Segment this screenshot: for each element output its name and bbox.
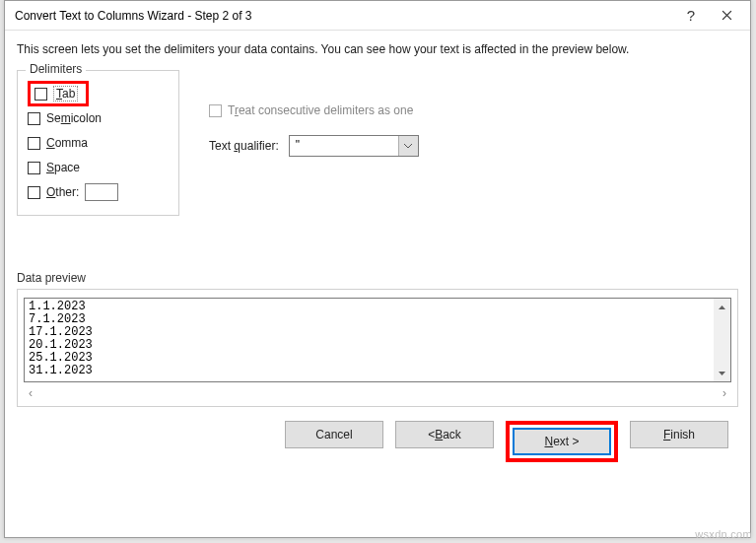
tab-label[interactable]: Tab xyxy=(53,86,78,102)
other-input[interactable] xyxy=(85,183,118,201)
chevron-down-icon xyxy=(404,144,412,149)
preview-line: 17.1.2023 xyxy=(29,326,726,339)
comma-label[interactable]: Comma xyxy=(46,136,88,150)
next-highlight: Next > xyxy=(506,421,618,462)
right-options: Treat consecutive delimiters as one Text… xyxy=(209,70,419,157)
preview-box: 1.1.2023 7.1.2023 17.1.2023 20.1.2023 25… xyxy=(17,289,738,407)
content-area: This screen lets you set the delimiters … xyxy=(5,31,750,407)
close-icon xyxy=(722,10,732,21)
back-button[interactable]: < Back xyxy=(395,421,494,448)
delimiters-legend: Delimiters xyxy=(26,62,86,76)
preview-line: 25.1.2023 xyxy=(29,352,726,365)
consecutive-checkbox[interactable] xyxy=(209,104,222,117)
qualifier-value: " xyxy=(290,136,398,156)
tab-checkbox[interactable] xyxy=(34,88,47,101)
button-row: Cancel < Back Next > Finish xyxy=(5,407,750,476)
finish-button[interactable]: Finish xyxy=(630,421,728,448)
chevron-down-icon xyxy=(719,372,725,375)
watermark: wsxdn.com xyxy=(695,528,752,540)
semicolon-checkbox[interactable] xyxy=(28,112,40,125)
qualifier-label: Text qualifier: xyxy=(209,139,279,153)
preview-line: 20.1.2023 xyxy=(29,339,726,352)
comma-checkbox[interactable] xyxy=(28,137,40,150)
close-button[interactable] xyxy=(709,2,744,30)
vertical-scrollbar[interactable] xyxy=(714,299,730,381)
titlebar: Convert Text to Columns Wizard - Step 2 … xyxy=(5,1,750,31)
cancel-button[interactable]: Cancel xyxy=(285,421,383,448)
window-title: Convert Text to Columns Wizard - Step 2 … xyxy=(15,9,673,23)
preview-line: 1.1.2023 xyxy=(29,301,726,313)
scroll-right-button[interactable]: › xyxy=(718,386,731,400)
space-label[interactable]: Space xyxy=(46,161,80,174)
consecutive-label[interactable]: Treat consecutive delimiters as one xyxy=(228,103,413,117)
horizontal-scrollbar[interactable]: ‹ › xyxy=(24,384,731,401)
chevron-up-icon xyxy=(719,305,725,309)
scroll-down-button[interactable] xyxy=(714,365,730,381)
qualifier-select[interactable]: " xyxy=(289,135,419,157)
wizard-window: Convert Text to Columns Wizard - Step 2 … xyxy=(4,0,751,538)
preview-text: 1.1.2023 7.1.2023 17.1.2023 20.1.2023 25… xyxy=(24,298,731,382)
qualifier-dropdown-button[interactable] xyxy=(398,136,418,156)
other-checkbox[interactable] xyxy=(28,186,40,199)
scroll-left-button[interactable]: ‹ xyxy=(24,386,37,400)
preview-line: 7.1.2023 xyxy=(29,313,726,326)
delimiters-group: Delimiters Tab Semicolon Comma xyxy=(17,70,179,216)
scroll-up-button[interactable] xyxy=(714,299,730,315)
description-text: This screen lets you set the delimiters … xyxy=(17,42,738,56)
preview-legend: Data preview xyxy=(17,271,738,285)
space-checkbox[interactable] xyxy=(28,162,40,174)
preview-line: 31.1.2023 xyxy=(29,365,726,377)
other-label[interactable]: Other: xyxy=(46,185,79,199)
semicolon-label[interactable]: Semicolon xyxy=(46,111,102,125)
help-button[interactable]: ? xyxy=(673,2,709,30)
next-button[interactable]: Next > xyxy=(513,428,611,455)
tab-highlight: Tab xyxy=(28,81,89,106)
